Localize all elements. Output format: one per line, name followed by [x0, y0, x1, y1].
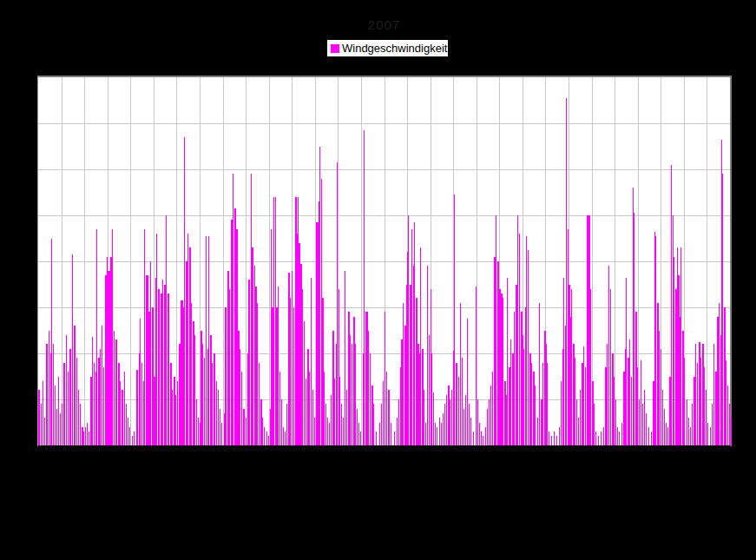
bar — [306, 379, 306, 445]
bar — [252, 247, 253, 445]
bar — [100, 349, 101, 445]
bar — [221, 423, 222, 446]
bar — [150, 261, 151, 445]
bar — [202, 344, 203, 445]
bar — [191, 303, 192, 445]
bar — [319, 147, 320, 446]
bar — [551, 436, 552, 445]
bar — [311, 278, 312, 445]
bar — [345, 271, 345, 445]
bar — [411, 229, 412, 445]
bar — [646, 413, 647, 445]
bar — [580, 390, 581, 445]
bar — [212, 363, 213, 445]
bar — [549, 432, 549, 445]
bar — [357, 409, 358, 445]
bar — [206, 236, 207, 445]
bar — [563, 278, 564, 445]
bar — [496, 215, 496, 445]
bar — [443, 413, 444, 445]
bar — [168, 293, 169, 445]
bar — [128, 418, 128, 445]
bar — [220, 409, 220, 445]
bar — [358, 423, 359, 446]
bar — [87, 423, 88, 446]
bar — [462, 358, 463, 445]
bar — [439, 418, 440, 445]
bar — [166, 215, 167, 445]
bar — [55, 385, 56, 445]
bar — [427, 266, 428, 445]
bar — [626, 278, 627, 445]
bar — [373, 404, 374, 445]
bar — [376, 432, 377, 445]
bar — [441, 423, 442, 446]
bar — [259, 363, 260, 445]
bar-series-layer — [38, 77, 730, 445]
bar — [218, 390, 219, 445]
bar — [425, 423, 426, 446]
bar — [386, 372, 387, 445]
bar — [140, 319, 141, 445]
bar — [476, 287, 477, 445]
bar — [134, 432, 135, 445]
bar — [141, 363, 142, 445]
bar — [331, 395, 332, 445]
bar — [41, 404, 42, 445]
bar — [510, 339, 511, 445]
bar — [615, 399, 616, 445]
bar — [89, 432, 89, 445]
bar — [514, 312, 515, 445]
bar — [398, 399, 399, 445]
bar — [713, 344, 714, 445]
bar — [460, 303, 461, 445]
bar — [158, 289, 160, 445]
bar — [397, 418, 398, 445]
bar — [704, 367, 705, 445]
bar — [74, 326, 76, 445]
bar — [156, 234, 157, 445]
bar — [481, 432, 482, 445]
bar — [343, 418, 344, 445]
bar — [94, 363, 95, 445]
bar — [240, 349, 240, 445]
bar — [53, 344, 54, 445]
bar — [710, 427, 711, 445]
bar — [473, 432, 474, 445]
bar — [661, 349, 661, 445]
bar — [712, 404, 713, 445]
bar — [162, 280, 163, 445]
bar — [379, 423, 380, 446]
bar — [690, 427, 691, 445]
bar — [56, 409, 57, 445]
bar — [662, 390, 663, 445]
bar — [731, 418, 732, 445]
bar — [695, 344, 696, 445]
bar — [554, 432, 555, 445]
bar — [204, 358, 205, 445]
bar — [687, 399, 687, 445]
bar — [292, 271, 293, 445]
bar — [450, 399, 450, 445]
bar — [688, 418, 689, 445]
bar — [642, 404, 643, 445]
bar — [531, 363, 532, 445]
bar — [483, 436, 483, 445]
bar — [641, 360, 641, 445]
legend-label: Windgeschwindigkeit — [342, 43, 447, 54]
bar — [341, 404, 342, 445]
bar — [68, 372, 69, 445]
bar — [92, 337, 93, 445]
bar — [539, 303, 540, 445]
bar — [648, 427, 649, 445]
bar — [324, 372, 325, 445]
bar — [62, 404, 62, 445]
bar — [490, 385, 491, 445]
bar — [408, 215, 409, 445]
bar — [590, 289, 591, 445]
bar — [309, 372, 310, 445]
bar — [283, 427, 284, 445]
bar — [444, 404, 445, 445]
bar — [479, 423, 480, 446]
bar — [692, 404, 693, 445]
